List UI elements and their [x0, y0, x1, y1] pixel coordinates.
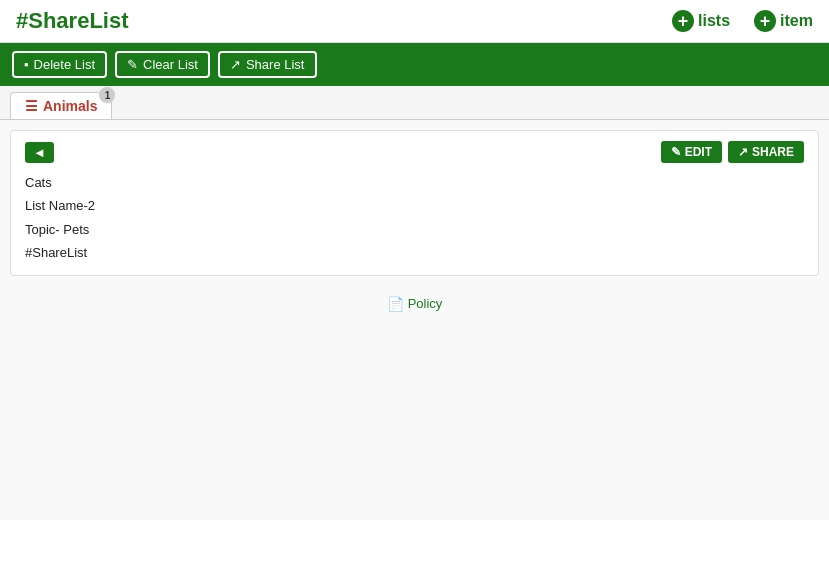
plus-item-icon: +	[754, 10, 776, 32]
clear-list-button[interactable]: ✎ Clear List	[115, 51, 210, 78]
header-actions: + lists + item	[672, 10, 813, 32]
share-list-button[interactable]: ↗ Share List	[218, 51, 317, 78]
list-item: List Name-2	[25, 194, 804, 217]
policy-label: Policy	[408, 296, 443, 311]
file-icon: 📄	[387, 296, 404, 312]
delete-list-label: Delete List	[34, 57, 95, 72]
list-icon: ☰	[25, 98, 38, 114]
add-lists-button[interactable]: + lists	[672, 10, 730, 32]
edit-pencil-icon: ✎	[671, 145, 681, 159]
eraser-icon: ✎	[127, 57, 138, 72]
clear-list-label: Clear List	[143, 57, 198, 72]
add-lists-label: lists	[698, 12, 730, 30]
share-icon: ↗	[230, 57, 241, 72]
app-title: #ShareList	[16, 8, 129, 34]
card-share-button[interactable]: ↗ SHARE	[728, 141, 804, 163]
tab-animals[interactable]: ☰ Animals 1	[10, 92, 112, 119]
card-items: Cats List Name-2 Topic- Pets #ShareList	[25, 171, 804, 265]
content-area: ◄ ✎ EDIT ↗ SHARE Cats List Name-2 Topic-…	[0, 120, 829, 520]
list-item: Topic- Pets	[25, 218, 804, 241]
tab-animals-badge: 1	[99, 87, 115, 103]
delete-list-button[interactable]: ▪ Delete List	[12, 51, 107, 78]
card-header: ◄ ✎ EDIT ↗ SHARE	[25, 141, 804, 163]
tabs-area: ☰ Animals 1	[0, 86, 829, 120]
add-item-button[interactable]: + item	[754, 10, 813, 32]
card-edit-button[interactable]: ✎ EDIT	[661, 141, 722, 163]
card-prev-button[interactable]: ◄	[25, 142, 54, 163]
header: #ShareList + lists + item	[0, 0, 829, 43]
share-list-label: Share List	[246, 57, 305, 72]
plus-lists-icon: +	[672, 10, 694, 32]
toolbar: ▪ Delete List ✎ Clear List ↗ Share List	[0, 43, 829, 86]
add-item-label: item	[780, 12, 813, 30]
card-edit-label: EDIT	[685, 145, 712, 159]
list-item: #ShareList	[25, 241, 804, 264]
list-item: Cats	[25, 171, 804, 194]
delete-icon: ▪	[24, 57, 29, 72]
card-share-arrow-icon: ↗	[738, 145, 748, 159]
card-share-label: SHARE	[752, 145, 794, 159]
tab-animals-label: Animals	[43, 98, 97, 114]
list-card: ◄ ✎ EDIT ↗ SHARE Cats List Name-2 Topic-…	[10, 130, 819, 276]
policy-link[interactable]: 📄 Policy	[10, 296, 819, 312]
card-action-buttons: ✎ EDIT ↗ SHARE	[661, 141, 804, 163]
